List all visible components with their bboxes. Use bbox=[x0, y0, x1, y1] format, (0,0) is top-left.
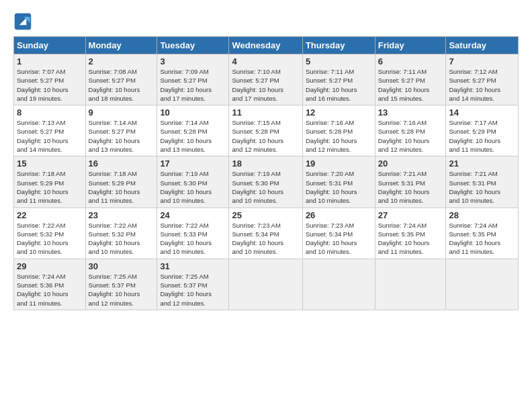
cell-day-18: 18Sunrise: 7:19 AM Sunset: 5:30 PM Dayli… bbox=[229, 156, 302, 208]
day-number: 29 bbox=[17, 261, 83, 271]
day-number: 1 bbox=[17, 56, 83, 66]
calendar-table: SundayMondayTuesdayWednesdayThursdayFrid… bbox=[13, 36, 519, 310]
cell-day-20: 20Sunrise: 7:21 AM Sunset: 5:31 PM Dayli… bbox=[375, 156, 446, 208]
day-info: Sunrise: 7:24 AM Sunset: 5:36 PM Dayligh… bbox=[17, 272, 83, 308]
day-number: 30 bbox=[89, 261, 154, 271]
day-number: 11 bbox=[232, 107, 299, 118]
day-info: Sunrise: 7:09 AM Sunset: 5:27 PM Dayligh… bbox=[160, 67, 226, 103]
day-info: Sunrise: 7:11 AM Sunset: 5:27 PM Dayligh… bbox=[378, 67, 443, 103]
day-info: Sunrise: 7:16 AM Sunset: 5:28 PM Dayligh… bbox=[378, 118, 443, 154]
cell-day-29: 29Sunrise: 7:24 AM Sunset: 5:36 PM Dayli… bbox=[14, 259, 86, 310]
day-info: Sunrise: 7:14 AM Sunset: 5:28 PM Dayligh… bbox=[160, 118, 226, 154]
col-header-sunday: Sunday bbox=[14, 37, 86, 54]
col-header-thursday: Thursday bbox=[302, 37, 375, 54]
day-number: 27 bbox=[378, 210, 443, 220]
day-number: 8 bbox=[17, 107, 83, 118]
cell-day-28: 28Sunrise: 7:24 AM Sunset: 5:35 PM Dayli… bbox=[446, 208, 519, 259]
cell-day-26: 26Sunrise: 7:23 AM Sunset: 5:34 PM Dayli… bbox=[302, 208, 375, 259]
cell-day-31: 31Sunrise: 7:25 AM Sunset: 5:37 PM Dayli… bbox=[157, 259, 229, 310]
day-info: Sunrise: 7:15 AM Sunset: 5:28 PM Dayligh… bbox=[232, 118, 299, 154]
cell-day-8: 8Sunrise: 7:13 AM Sunset: 5:27 PM Daylig… bbox=[14, 105, 86, 156]
day-number: 20 bbox=[378, 158, 443, 169]
logo bbox=[13, 12, 35, 31]
cell-day-empty bbox=[446, 259, 519, 310]
cell-day-16: 16Sunrise: 7:18 AM Sunset: 5:29 PM Dayli… bbox=[85, 156, 157, 208]
cell-day-4: 4Sunrise: 7:10 AM Sunset: 5:27 PM Daylig… bbox=[229, 54, 302, 105]
week-row-4: 22Sunrise: 7:22 AM Sunset: 5:32 PM Dayli… bbox=[14, 208, 519, 259]
day-number: 26 bbox=[306, 210, 372, 220]
day-info: Sunrise: 7:18 AM Sunset: 5:29 PM Dayligh… bbox=[17, 169, 83, 205]
cell-day-2: 2Sunrise: 7:08 AM Sunset: 5:27 PM Daylig… bbox=[85, 54, 157, 105]
day-number: 13 bbox=[378, 107, 443, 118]
cell-day-25: 25Sunrise: 7:23 AM Sunset: 5:34 PM Dayli… bbox=[229, 208, 302, 259]
day-info: Sunrise: 7:24 AM Sunset: 5:35 PM Dayligh… bbox=[378, 221, 443, 257]
cell-day-1: 1Sunrise: 7:07 AM Sunset: 5:27 PM Daylig… bbox=[14, 54, 86, 105]
col-header-monday: Monday bbox=[85, 37, 157, 54]
day-number: 24 bbox=[160, 210, 226, 220]
day-number: 2 bbox=[89, 56, 154, 66]
col-header-friday: Friday bbox=[375, 37, 446, 54]
day-info: Sunrise: 7:25 AM Sunset: 5:37 PM Dayligh… bbox=[89, 272, 154, 308]
day-info: Sunrise: 7:22 AM Sunset: 5:32 PM Dayligh… bbox=[89, 221, 154, 257]
day-number: 14 bbox=[449, 107, 515, 118]
day-info: Sunrise: 7:12 AM Sunset: 5:27 PM Dayligh… bbox=[449, 67, 515, 103]
cell-day-23: 23Sunrise: 7:22 AM Sunset: 5:32 PM Dayli… bbox=[85, 208, 157, 259]
cell-day-24: 24Sunrise: 7:22 AM Sunset: 5:33 PM Dayli… bbox=[157, 208, 229, 259]
day-number: 6 bbox=[378, 56, 443, 66]
day-info: Sunrise: 7:24 AM Sunset: 5:35 PM Dayligh… bbox=[449, 221, 515, 257]
cell-day-19: 19Sunrise: 7:20 AM Sunset: 5:31 PM Dayli… bbox=[302, 156, 375, 208]
day-info: Sunrise: 7:20 AM Sunset: 5:31 PM Dayligh… bbox=[306, 169, 372, 205]
col-header-saturday: Saturday bbox=[446, 37, 519, 54]
day-number: 10 bbox=[160, 107, 226, 118]
day-number: 5 bbox=[306, 56, 372, 66]
week-row-2: 8Sunrise: 7:13 AM Sunset: 5:27 PM Daylig… bbox=[14, 105, 519, 156]
cell-day-12: 12Sunrise: 7:16 AM Sunset: 5:28 PM Dayli… bbox=[302, 105, 375, 156]
day-info: Sunrise: 7:21 AM Sunset: 5:31 PM Dayligh… bbox=[449, 169, 515, 205]
cell-day-14: 14Sunrise: 7:17 AM Sunset: 5:29 PM Dayli… bbox=[446, 105, 519, 156]
page: SundayMondayTuesdayWednesdayThursdayFrid… bbox=[0, 0, 532, 317]
day-number: 17 bbox=[160, 158, 226, 169]
day-info: Sunrise: 7:14 AM Sunset: 5:27 PM Dayligh… bbox=[89, 118, 154, 154]
cell-day-27: 27Sunrise: 7:24 AM Sunset: 5:35 PM Dayli… bbox=[375, 208, 446, 259]
logo-icon bbox=[13, 12, 32, 31]
cell-day-21: 21Sunrise: 7:21 AM Sunset: 5:31 PM Dayli… bbox=[446, 156, 519, 208]
day-number: 4 bbox=[232, 56, 299, 66]
day-number: 19 bbox=[306, 158, 372, 169]
day-info: Sunrise: 7:23 AM Sunset: 5:34 PM Dayligh… bbox=[306, 221, 372, 257]
day-number: 25 bbox=[232, 210, 299, 220]
day-info: Sunrise: 7:18 AM Sunset: 5:29 PM Dayligh… bbox=[89, 169, 154, 205]
day-info: Sunrise: 7:22 AM Sunset: 5:32 PM Dayligh… bbox=[17, 221, 83, 257]
day-info: Sunrise: 7:19 AM Sunset: 5:30 PM Dayligh… bbox=[232, 169, 299, 205]
cell-day-30: 30Sunrise: 7:25 AM Sunset: 5:37 PM Dayli… bbox=[85, 259, 157, 310]
cell-day-9: 9Sunrise: 7:14 AM Sunset: 5:27 PM Daylig… bbox=[85, 105, 157, 156]
day-number: 21 bbox=[449, 158, 515, 169]
cell-day-3: 3Sunrise: 7:09 AM Sunset: 5:27 PM Daylig… bbox=[157, 54, 229, 105]
cell-day-17: 17Sunrise: 7:19 AM Sunset: 5:30 PM Dayli… bbox=[157, 156, 229, 208]
cell-day-22: 22Sunrise: 7:22 AM Sunset: 5:32 PM Dayli… bbox=[14, 208, 86, 259]
day-info: Sunrise: 7:17 AM Sunset: 5:29 PM Dayligh… bbox=[449, 118, 515, 154]
header bbox=[13, 12, 519, 31]
day-number: 22 bbox=[17, 210, 83, 220]
day-number: 15 bbox=[17, 158, 83, 169]
day-info: Sunrise: 7:08 AM Sunset: 5:27 PM Dayligh… bbox=[89, 67, 154, 103]
cell-day-5: 5Sunrise: 7:11 AM Sunset: 5:27 PM Daylig… bbox=[302, 54, 375, 105]
cell-day-empty bbox=[229, 259, 302, 310]
cell-day-10: 10Sunrise: 7:14 AM Sunset: 5:28 PM Dayli… bbox=[157, 105, 229, 156]
col-header-wednesday: Wednesday bbox=[229, 37, 302, 54]
day-info: Sunrise: 7:23 AM Sunset: 5:34 PM Dayligh… bbox=[232, 221, 299, 257]
day-info: Sunrise: 7:25 AM Sunset: 5:37 PM Dayligh… bbox=[160, 272, 226, 308]
day-info: Sunrise: 7:11 AM Sunset: 5:27 PM Dayligh… bbox=[306, 67, 372, 103]
day-number: 7 bbox=[449, 56, 515, 66]
cell-day-empty bbox=[375, 259, 446, 310]
day-info: Sunrise: 7:19 AM Sunset: 5:30 PM Dayligh… bbox=[160, 169, 226, 205]
cell-day-15: 15Sunrise: 7:18 AM Sunset: 5:29 PM Dayli… bbox=[14, 156, 86, 208]
day-info: Sunrise: 7:10 AM Sunset: 5:27 PM Dayligh… bbox=[232, 67, 299, 103]
week-row-1: 1Sunrise: 7:07 AM Sunset: 5:27 PM Daylig… bbox=[14, 54, 519, 105]
cell-day-7: 7Sunrise: 7:12 AM Sunset: 5:27 PM Daylig… bbox=[446, 54, 519, 105]
cell-day-11: 11Sunrise: 7:15 AM Sunset: 5:28 PM Dayli… bbox=[229, 105, 302, 156]
week-row-3: 15Sunrise: 7:18 AM Sunset: 5:29 PM Dayli… bbox=[14, 156, 519, 208]
day-number: 3 bbox=[160, 56, 226, 66]
day-info: Sunrise: 7:16 AM Sunset: 5:28 PM Dayligh… bbox=[306, 118, 372, 154]
header-row: SundayMondayTuesdayWednesdayThursdayFrid… bbox=[14, 37, 519, 54]
week-row-5: 29Sunrise: 7:24 AM Sunset: 5:36 PM Dayli… bbox=[14, 259, 519, 310]
